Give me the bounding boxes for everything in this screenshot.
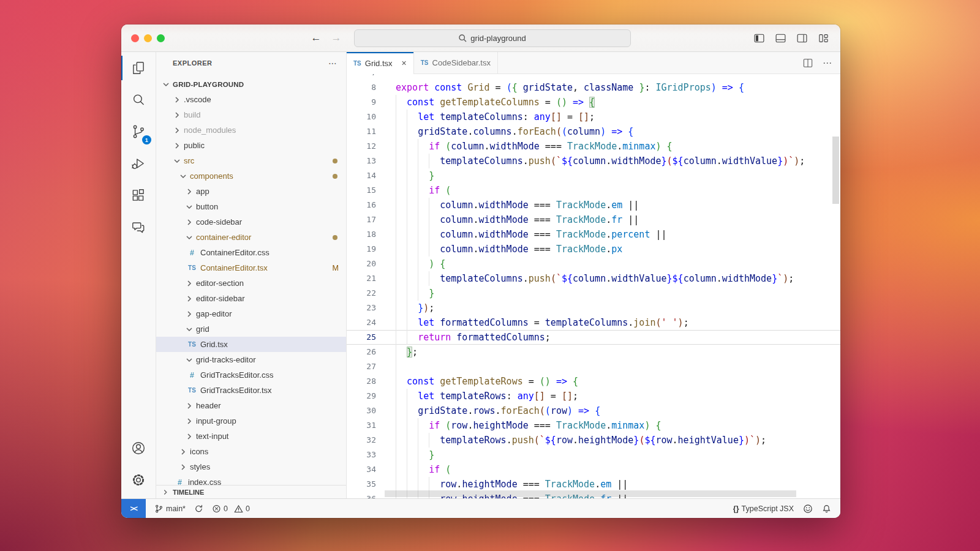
history-forward-button[interactable]: → [326, 32, 347, 44]
chevron-right-icon [184, 432, 194, 441]
tree-item-styles[interactable]: styles [156, 459, 346, 474]
line-number: 16 [347, 198, 376, 212]
tree-item-build[interactable]: build [156, 107, 346, 122]
activity-run-debug[interactable] [124, 148, 153, 179]
split-editor-icon[interactable] [802, 58, 813, 69]
maximize-window-button[interactable] [157, 34, 165, 42]
activity-comments[interactable] [124, 211, 153, 243]
chevron-right-icon [184, 294, 194, 304]
toggle-secondary-sidebar-icon[interactable] [796, 33, 808, 43]
close-tab-icon[interactable]: × [402, 58, 407, 68]
code-editor[interactable]: 78export const Grid = ({ gridState, clas… [347, 74, 840, 498]
tree-item-editor-section[interactable]: editor-section [156, 276, 346, 291]
tree-item-index-css[interactable]: #index.css [156, 474, 346, 485]
toggle-panel-icon[interactable] [775, 33, 786, 43]
tab-codesidebar-tsx[interactable]: TS CodeSidebar.tsx [414, 52, 498, 73]
line-number: 21 [347, 271, 376, 286]
language-mode-status[interactable]: {} TypeScript JSX [733, 504, 794, 513]
tree-item-label: styles [190, 462, 210, 471]
tree-item-gap-editor[interactable]: gap-editor [156, 306, 346, 321]
tree-item--vscode[interactable]: .vscode [156, 92, 346, 107]
search-icon [130, 92, 146, 108]
chevron-right-icon [184, 309, 194, 319]
history-back-button[interactable]: ← [306, 32, 326, 44]
activity-search[interactable] [124, 84, 153, 116]
activity-source-control[interactable]: 1 [124, 116, 153, 148]
account-button[interactable] [124, 432, 153, 464]
feedback-smiley-icon[interactable] [803, 504, 813, 514]
activity-explorer[interactable] [124, 52, 153, 84]
editor-more-actions-icon[interactable]: ⋯ [823, 58, 832, 69]
chevron-right-icon [161, 488, 170, 497]
code-line-content: const getTemplateColumns = () => { [386, 95, 840, 110]
tree-item-grid-playground[interactable]: GRID-PLAYGROUND [156, 77, 346, 92]
tree-item-public[interactable]: public [156, 138, 346, 153]
timeline-section[interactable]: TIMELINE [156, 485, 346, 498]
tree-item-label: button [196, 202, 218, 211]
tree-item-label: editor-sidebar [196, 294, 245, 303]
line-number: 27 [347, 359, 376, 374]
command-center-search[interactable]: grid-playground [354, 29, 631, 47]
tree-item-header[interactable]: header [156, 398, 346, 413]
code-line-19: 19 column.widthMode === TrackMode.px [347, 242, 840, 257]
code-line-content: let templateRows: any[] = []; [386, 389, 840, 403]
explorer-more-actions-icon[interactable]: ⋯ [328, 58, 337, 68]
tree-item-app[interactable]: app [156, 184, 346, 199]
branch-status[interactable]: main* [154, 504, 186, 514]
code-line-26: 26 }; [347, 345, 840, 359]
chevron-down-icon [184, 202, 194, 212]
window-controls [121, 34, 165, 42]
code-line-15: 15 if ( [347, 183, 840, 198]
chevron-down-icon [184, 324, 194, 334]
code-line-content: if (row.heightMode === TrackMode.minmax)… [386, 418, 840, 433]
tree-item-gridtrackseditor-tsx[interactable]: TSGridTracksEditor.tsx [156, 383, 346, 398]
tree-item-label: public [184, 141, 205, 150]
activity-extensions[interactable] [124, 179, 153, 211]
css-file-icon: # [187, 249, 197, 257]
tree-item-containereditor-css[interactable]: #ContainerEditor.css [156, 245, 346, 260]
typescript-file-icon: TS [187, 387, 197, 394]
tree-item-label: gap-editor [196, 309, 232, 318]
tab-bar: TS Grid.tsx × TS CodeSidebar.tsx ⋯ [347, 52, 840, 74]
line-number: 13 [347, 154, 376, 168]
tree-item-containereditor-tsx[interactable]: TSContainerEditor.tsxM [156, 260, 346, 276]
tree-item-button[interactable]: button [156, 199, 346, 214]
code-line-25: 25 return formattedColumns; [347, 330, 840, 345]
tree-item-label: components [190, 171, 233, 181]
notifications-bell-icon[interactable] [822, 504, 831, 514]
vertical-scrollbar[interactable] [832, 137, 839, 204]
tree-item-icons[interactable]: icons [156, 444, 346, 459]
typescript-file-icon: TS [421, 59, 429, 66]
tree-item-text-input[interactable]: text-input [156, 429, 346, 444]
sync-status[interactable] [194, 504, 203, 514]
toggle-primary-sidebar-icon[interactable] [753, 33, 765, 43]
problems-status[interactable]: 0 0 [212, 504, 250, 514]
tree-item-gridtrackseditor-css[interactable]: #GridTracksEditor.css [156, 367, 346, 383]
tree-item-node-modules[interactable]: node_modules [156, 122, 346, 138]
code-line-7: 7 [347, 74, 840, 80]
tree-item-grid[interactable]: grid [156, 321, 346, 337]
tree-item-container-editor[interactable]: container-editor [156, 230, 346, 245]
line-number: 15 [347, 183, 376, 198]
tree-item-src[interactable]: src [156, 153, 346, 168]
customize-layout-icon[interactable] [818, 33, 829, 43]
tree-item-components[interactable]: components [156, 168, 346, 184]
chevron-down-icon [184, 355, 194, 365]
tree-item-grid-tsx[interactable]: TSGrid.tsx [156, 337, 346, 352]
tab-grid-tsx[interactable]: TS Grid.tsx × [347, 52, 414, 74]
tree-item-editor-sidebar[interactable]: editor-sidebar [156, 291, 346, 306]
tree-item-label: Grid.tsx [200, 340, 228, 349]
tree-item-input-group[interactable]: input-group [156, 413, 346, 429]
close-window-button[interactable] [131, 34, 139, 42]
tree-item-label: text-input [196, 432, 228, 441]
title-bar: ← → grid-playground [121, 24, 840, 52]
horizontal-scrollbar[interactable] [385, 490, 796, 497]
code-line-content: let formattedColumns = templateColumns.j… [386, 315, 840, 330]
chevron-right-icon [172, 141, 182, 151]
minimize-window-button[interactable] [144, 34, 152, 42]
remote-indicator[interactable]: >< [121, 499, 146, 518]
tree-item-code-sidebar[interactable]: code-sidebar [156, 214, 346, 230]
tab-label: CodeSidebar.tsx [432, 58, 491, 67]
tree-item-grid-tracks-editor[interactable]: grid-tracks-editor [156, 352, 346, 367]
settings-button[interactable] [124, 464, 153, 496]
